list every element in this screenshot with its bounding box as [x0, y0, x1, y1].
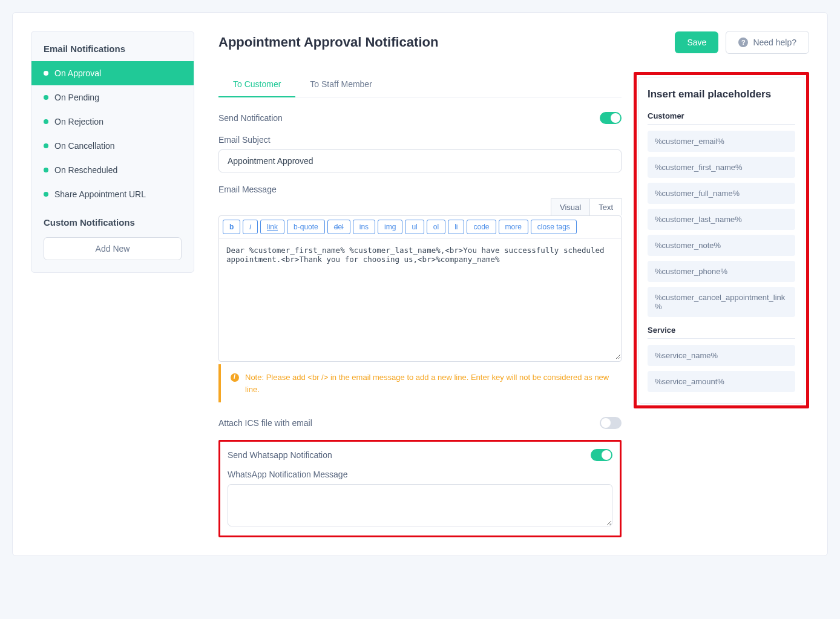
editor-ins-button[interactable]: ins [353, 220, 375, 234]
sidebar-item-share-url[interactable]: Share Appointment URL [31, 182, 194, 206]
status-dot-icon [44, 95, 48, 100]
editor-del-button[interactable]: del [327, 220, 350, 234]
sidebar-item-label: On Pending [54, 93, 99, 102]
email-subject-input[interactable] [218, 149, 622, 172]
status-dot-icon [44, 119, 48, 124]
main-content: Appointment Approval Notification Save ?… [218, 31, 809, 537]
editor-toolbar: b i link b-quote del ins img ul ol li co [219, 216, 621, 238]
editor-img-button[interactable]: img [378, 220, 402, 234]
need-help-button[interactable]: ? Need help? [726, 31, 809, 54]
placeholder-item[interactable]: %service_amount% [648, 371, 795, 392]
placeholder-item[interactable]: %customer_phone% [648, 261, 795, 282]
placeholder-item[interactable]: %customer_note% [648, 235, 795, 256]
editor-tab-visual[interactable]: Visual [551, 198, 590, 215]
status-dot-icon [44, 192, 48, 197]
help-icon: ? [738, 38, 748, 47]
status-dot-icon [44, 143, 48, 148]
sidebar-item-on-cancellation[interactable]: On Cancellation [31, 134, 194, 158]
placeholder-panel-title: Insert email placeholders [648, 88, 795, 100]
sidebar-item-label: On Approval [54, 68, 101, 78]
editor-li-button[interactable]: li [448, 220, 464, 234]
editor-link-button[interactable]: link [260, 220, 284, 234]
sidebar: Email Notifications On Approval On Pendi… [31, 31, 194, 273]
editor-italic-button[interactable]: i [243, 220, 258, 234]
note-box: Note: Please add <br /> in the email mes… [218, 364, 622, 402]
sidebar-item-label: On Rejection [54, 117, 103, 126]
tab-to-staff[interactable]: To Staff Member [295, 72, 386, 97]
page-title: Appointment Approval Notification [218, 34, 438, 50]
placeholder-group-customer: Customer [648, 111, 795, 125]
note-text: Note: Please add <br /> in the email mes… [245, 372, 612, 395]
sidebar-item-on-pending[interactable]: On Pending [31, 85, 194, 110]
placeholder-item[interactable]: %customer_full_name% [648, 183, 795, 204]
sidebar-title-custom: Custom Notifications [31, 206, 194, 234]
email-message-label: Email Message [218, 185, 622, 194]
placeholder-highlight: Insert email placeholders Customer %cust… [634, 72, 809, 408]
status-dot-icon [44, 168, 48, 172]
placeholder-item[interactable]: %customer_first_name% [648, 157, 795, 178]
editor-ul-button[interactable]: ul [405, 220, 424, 234]
info-icon [231, 373, 239, 382]
send-notification-toggle[interactable] [600, 112, 622, 124]
sidebar-item-label: On Cancellation [54, 141, 115, 151]
save-button[interactable]: Save [675, 31, 718, 53]
editor-bquote-button[interactable]: b-quote [287, 220, 325, 234]
placeholder-panel[interactable]: Insert email placeholders Customer %cust… [638, 77, 804, 404]
status-dot-icon [44, 71, 48, 76]
whatsapp-section: Send Whatsapp Notification WhatsApp Noti… [218, 440, 622, 537]
placeholder-item[interactable]: %customer_email% [648, 131, 795, 152]
send-whatsapp-toggle[interactable] [591, 449, 612, 461]
send-whatsapp-label: Send Whatsapp Notification [228, 450, 332, 460]
sidebar-item-label: On Rescheduled [54, 165, 117, 175]
editor-close-tags-button[interactable]: close tags [531, 220, 577, 234]
sidebar-title-email: Email Notifications [31, 31, 194, 61]
editor-code-button[interactable]: code [467, 220, 496, 234]
placeholder-group-service: Service [648, 326, 795, 339]
attach-ics-label: Attach ICS file with email [218, 418, 312, 428]
sidebar-item-on-rescheduled[interactable]: On Rescheduled [31, 158, 194, 182]
tab-to-customer[interactable]: To Customer [218, 72, 295, 97]
editor-bold-button[interactable]: b [223, 220, 240, 234]
sidebar-item-on-rejection[interactable]: On Rejection [31, 110, 194, 134]
sidebar-item-label: Share Appointment URL [54, 189, 146, 199]
placeholder-item[interactable]: %service_name% [648, 345, 795, 366]
email-message-textarea[interactable] [219, 238, 621, 359]
attach-ics-toggle[interactable] [600, 417, 622, 429]
editor-ol-button[interactable]: ol [427, 220, 445, 234]
recipient-tabs: To Customer To Staff Member [218, 72, 622, 97]
whatsapp-message-textarea[interactable] [228, 484, 612, 526]
placeholder-item[interactable]: %customer_cancel_appointment_link% [648, 287, 795, 317]
editor-more-button[interactable]: more [499, 220, 528, 234]
email-subject-label: Email Subject [218, 135, 622, 145]
whatsapp-message-label: WhatsApp Notification Message [228, 470, 612, 479]
sidebar-item-on-approval[interactable]: On Approval [31, 61, 194, 85]
add-new-button[interactable]: Add New [44, 237, 182, 260]
send-notification-label: Send Notification [218, 113, 283, 123]
placeholder-item[interactable]: %customer_last_name% [648, 209, 795, 230]
need-help-label: Need help? [753, 38, 796, 47]
editor-tab-text[interactable]: Text [589, 198, 622, 215]
